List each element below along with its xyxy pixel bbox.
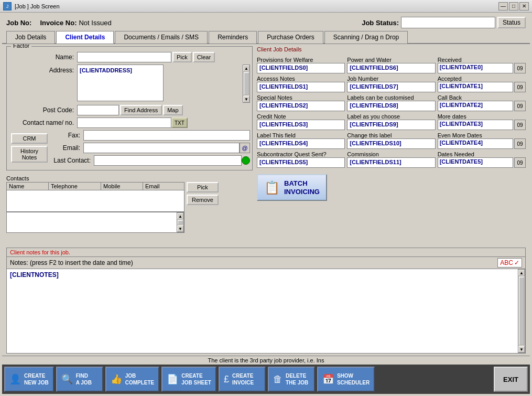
date-row-1: [CLIENTDATE1] 09: [438, 82, 526, 92]
create-new-job-label: CREATENEW JOB: [24, 372, 49, 386]
crm-button[interactable]: CRM: [11, 133, 48, 144]
address-textarea[interactable]: [CLIENTADDRESS]: [77, 65, 164, 101]
find-a-job-button[interactable]: 🔍 FINDA JOB: [56, 367, 103, 392]
cal-btn-2[interactable]: 09: [514, 101, 526, 111]
tab-client-details[interactable]: Client Details: [56, 31, 114, 44]
contacts-header: Name Telephone Mobile Email: [7, 183, 184, 190]
show-scheduler-button[interactable]: 📅 SHOWSCHEDULER: [317, 367, 375, 392]
fields-grid: Provisions for Welfare [CLIENTFIELDS0] P…: [257, 57, 526, 168]
job-no-label: Job No:: [6, 19, 31, 27]
tab-bar: Job Details Client Details Documents / E…: [2, 30, 530, 44]
tab-scanning[interactable]: Scanning / Drag n Drop: [324, 31, 408, 44]
contacts-remove-button[interactable]: Remove: [187, 195, 219, 205]
minimize-button[interactable]: —: [498, 2, 508, 10]
notes-scroll-up[interactable]: ▲: [518, 270, 525, 276]
field-value-4[interactable]: [CLIENTFIELDS7]: [347, 82, 435, 92]
date-input-2[interactable]: [CLIENTDATE2]: [438, 101, 513, 111]
close-button[interactable]: ✕: [519, 2, 529, 10]
status-button[interactable]: Status: [497, 17, 526, 28]
create-job-sheet-label: CREATEJOB SHEET: [181, 372, 211, 386]
date-input-5[interactable]: [CLIENTDATE5]: [438, 157, 513, 168]
notes-scroll-thumb[interactable]: [519, 277, 524, 345]
delete-job-button[interactable]: 🗑 DELETETHE JOB: [268, 367, 315, 392]
notes-label-text: Notes: (press F2 to insert the date and …: [10, 259, 133, 266]
scroll-up-arrow[interactable]: ▲: [243, 65, 249, 71]
job-complete-button[interactable]: 👍 JOBCOMPLETE: [105, 367, 160, 392]
last-contact-input[interactable]: [94, 155, 242, 166]
tab-reminders[interactable]: Reminders: [209, 31, 257, 44]
maximize-button[interactable]: □: [509, 2, 518, 10]
scroll-thumb[interactable]: [244, 72, 249, 95]
map-button[interactable]: Map: [163, 105, 182, 115]
tab-purchase-orders[interactable]: Purchase Orders: [258, 31, 323, 44]
pick-button[interactable]: Pick: [172, 52, 192, 62]
cal-btn-5[interactable]: 09: [514, 157, 526, 168]
cal-btn-3[interactable]: 09: [514, 120, 526, 130]
date-row-4: [CLIENTDATE4] 09: [438, 138, 526, 149]
field-value-3[interactable]: [CLIENTFIELDS1]: [257, 82, 345, 92]
field-item-9: Credit Note [CLIENTFIELDS3]: [257, 113, 345, 130]
field-value-6[interactable]: [CLIENTFIELDS2]: [257, 101, 345, 111]
field-value-7[interactable]: [CLIENTFIELDS8]: [347, 101, 435, 111]
job-status-item: Job Status: Status: [362, 17, 526, 28]
top-bar: Job No: Invoice No: Not Issued Job Statu…: [2, 15, 530, 30]
field-value-9[interactable]: [CLIENTFIELDS3]: [257, 120, 345, 130]
contacts-scroll-down[interactable]: ▼: [177, 226, 183, 232]
find-a-job-label: FINDA JOB: [76, 372, 92, 386]
cal-btn-0[interactable]: 09: [514, 63, 526, 73]
create-job-sheet-icon: 📄: [167, 373, 178, 385]
job-complete-label: JOBCOMPLETE: [125, 372, 155, 386]
email-icon-button[interactable]: @: [240, 143, 250, 153]
cal-btn-4[interactable]: 09: [514, 138, 526, 149]
contacts-empty-row: [7, 190, 184, 211]
create-new-job-icon: 👤: [9, 373, 21, 385]
create-job-sheet-button[interactable]: 📄 CREATEJOB SHEET: [161, 367, 216, 392]
field-value-1[interactable]: [CLIENTFIELDS6]: [347, 63, 435, 73]
find-address-button[interactable]: Find Address: [120, 105, 162, 115]
contacts-scroll-thumb[interactable]: [178, 220, 183, 224]
field-item-12: Label This field [CLIENTFIELDS4]: [257, 132, 345, 149]
tab-documents[interactable]: Documents / Emails / SMS: [115, 31, 208, 44]
field-value-16[interactable]: [CLIENTFIELDS11]: [347, 157, 435, 168]
contact-input[interactable]: [77, 117, 171, 128]
tab-job-details[interactable]: Job Details: [6, 31, 55, 44]
date-input-1[interactable]: [CLIENTDATE1]: [438, 82, 513, 92]
field-value-10[interactable]: [CLIENTFIELDS9]: [347, 120, 435, 130]
scroll-down-arrow[interactable]: ▼: [243, 96, 249, 102]
fax-label: Fax:: [52, 132, 83, 139]
field-item-10: Label as you choose [CLIENTFIELDS9]: [347, 113, 435, 130]
field-label-16: Commission: [347, 151, 435, 157]
batch-invoicing-button[interactable]: 📋 BATCHINVOICING: [257, 174, 327, 201]
field-label-7: Labels can be customised: [347, 94, 435, 101]
email-input[interactable]: [83, 143, 240, 153]
date-input-0[interactable]: [CLIENTDATE0]: [438, 63, 513, 73]
field-item-4: Job Number [CLIENTFIELDS7]: [347, 76, 435, 92]
field-value-0[interactable]: [CLIENTFIELDS0]: [257, 63, 345, 73]
exit-button[interactable]: EXIT: [494, 367, 528, 392]
create-new-job-button[interactable]: 👤 CREATENEW JOB: [4, 367, 54, 392]
contacts-scroll-up[interactable]: ▲: [177, 213, 183, 219]
spell-check-button[interactable]: ABC ✓: [497, 258, 522, 267]
postcode-input[interactable]: [77, 105, 119, 115]
cal-btn-1[interactable]: 09: [514, 82, 526, 92]
job-status-input[interactable]: [401, 17, 495, 28]
field-value-12[interactable]: [CLIENTFIELDS4]: [257, 138, 345, 149]
invoice-value: Not Issued: [79, 19, 111, 27]
create-invoice-button[interactable]: £ CREATEINVOICE: [219, 367, 266, 392]
fax-input[interactable]: [83, 130, 250, 141]
field-label-11: More dates: [438, 113, 526, 120]
batch-invoicing-icon: 📋: [264, 180, 280, 195]
check-icon: ✓: [514, 259, 519, 266]
txt-button[interactable]: TXT: [171, 117, 188, 128]
name-input[interactable]: [77, 52, 171, 62]
notes-textarea[interactable]: [CLIENTNOTES]: [7, 269, 518, 353]
notes-scroll-down[interactable]: ▼: [518, 346, 525, 352]
history-notes-button[interactable]: History Notes: [11, 146, 48, 163]
contacts-side-buttons: Pick Remove: [187, 182, 219, 205]
field-value-15[interactable]: [CLIENTFIELDS5]: [257, 157, 345, 168]
date-input-4[interactable]: [CLIENTDATE4]: [438, 138, 513, 149]
field-value-13[interactable]: [CLIENTFIELDS10]: [347, 138, 435, 149]
contacts-pick-button[interactable]: Pick: [187, 182, 219, 192]
date-input-3[interactable]: [CLIENTDATE3]: [438, 120, 513, 130]
clear-button[interactable]: Clear: [193, 52, 215, 62]
